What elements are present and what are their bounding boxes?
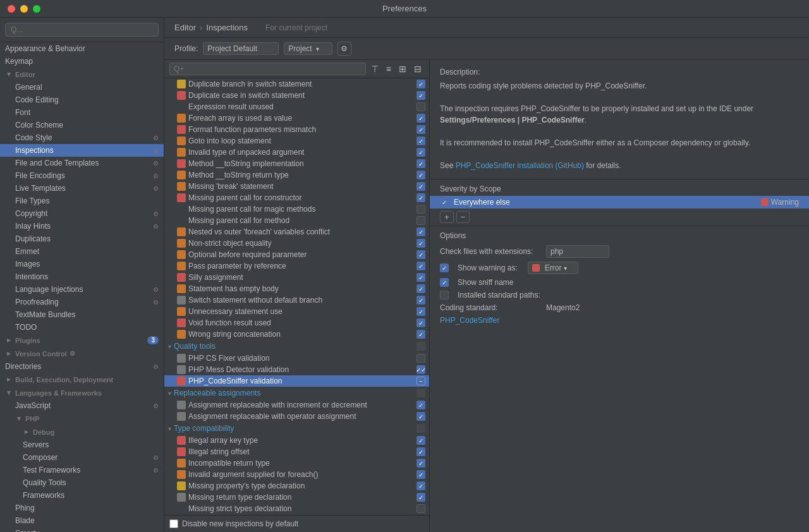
insp-row-missing-strict[interactable]: Missing strict types declaration [164,503,429,514]
insp-checkbox[interactable]: ✓ [417,125,425,134]
insp-checkbox[interactable]: ✓ [417,493,425,502]
for-current-project-link[interactable]: For current project [265,23,327,32]
insp-checkbox[interactable] [417,102,425,111]
insp-row[interactable]: Invalid type of unpacked argument✓ [164,147,429,158]
insp-checkbox[interactable]: ✓ [417,193,425,202]
insp-checkbox[interactable]: ✓ [417,273,425,282]
scope-everywhere-else-row[interactable]: ✓ Everywhere else Warning [430,196,809,209]
insp-checkbox[interactable]: ✓ [417,481,425,490]
sidebar-item-build[interactable]: Build, Execution, Deployment [0,373,164,386]
insp-checkbox[interactable]: ✓ [417,136,425,145]
insp-checkbox[interactable] [417,216,425,225]
breadcrumb-editor[interactable]: Editor [174,23,196,32]
sidebar-item-intentions[interactable]: Intentions [0,270,164,283]
insp-checkbox[interactable]: ✓ [417,365,425,374]
minimize-button[interactable] [20,5,28,13]
sidebar-item-phing[interactable]: Phing [0,502,164,514]
insp-checkbox[interactable]: ✓ [417,436,425,445]
insp-checkbox[interactable]: ✓ [417,307,425,316]
disable-new-inspections-checkbox[interactable] [169,519,178,528]
insp-row-missing-prop-type[interactable]: Missing property's type declaration✓ [164,480,429,492]
insp-row-replace-incr[interactable]: Assignment replaceable with increment or… [164,399,429,411]
insp-checkbox[interactable]: ✓ [417,262,425,270]
sidebar-item-general[interactable]: General [0,81,164,94]
sidebar-item-images[interactable]: Images [0,258,164,270]
insp-row-incompat-return[interactable]: Incompatible return type✓ [164,457,429,469]
insp-checkbox[interactable]: ✓ [417,148,425,157]
sidebar-item-php[interactable]: PHP [0,412,164,425]
filter-button[interactable]: ⊤ [368,63,381,75]
insp-row[interactable]: Pass parameter by reference✓ [164,260,429,272]
insp-checkbox[interactable]: ✓ [417,470,425,479]
close-button[interactable] [8,5,15,13]
sidebar-item-quality-tools[interactable]: Quality Tools [0,476,164,489]
insp-checkbox[interactable]: ✓ [417,250,425,259]
insp-row-php-cs-fixer[interactable]: PHP CS Fixer validation [164,353,429,364]
insp-checkbox[interactable]: ✓ [417,459,425,468]
insp-row[interactable]: Non-strict object equality✓ [164,238,429,249]
sidebar-item-servers[interactable]: Servers [0,438,164,451]
add-scope-button[interactable]: + [440,211,454,223]
sidebar-item-proofreading[interactable]: Proofreading ⚙ [0,296,164,308]
insp-checkbox[interactable]: ✓ [417,330,425,339]
scope-checkbox[interactable]: ✓ [440,198,449,207]
sidebar-item-file-encodings[interactable]: File Encodings ⚙ [0,169,164,182]
sidebar-item-composer[interactable]: Composer ⚙ [0,451,164,464]
sidebar-item-file-code-templates[interactable]: File and Code Templates ⚙ [0,157,164,169]
show-sniff-name-checkbox[interactable]: ✓ [440,278,449,287]
extensions-input[interactable] [546,245,609,258]
insp-row[interactable]: Nested vs outer 'foreach' variables conf… [164,226,429,238]
insp-row[interactable]: Unnecessary statement use✓ [164,306,429,317]
insp-row[interactable]: Statement has empty body✓ [164,283,429,294]
sidebar-item-code-editing[interactable]: Code Editing [0,94,164,106]
insp-row[interactable]: Duplicate branch in switch statement✓ [164,78,429,90]
insp-row[interactable]: Goto into loop statement✓ [164,135,429,147]
group-quality-tools[interactable]: ▾ Quality tools [164,340,429,353]
sidebar-item-inspections[interactable]: Inspections ⚙ [0,144,164,157]
profile-settings-button[interactable]: ⚙ [338,42,351,56]
group-replaceable-assignments[interactable]: ▾ Replaceable assignments [164,387,429,399]
sort-button[interactable]: ≡ [384,63,394,75]
sidebar-item-duplicates[interactable]: Duplicates [0,233,164,245]
insp-row-php-mess[interactable]: PHP Mess Detector validation ✓ [164,364,429,375]
insp-checkbox[interactable]: ✓ [417,171,425,179]
sidebar-item-directories[interactable]: Directories ⚙ [0,360,164,373]
insp-checkbox[interactable]: ✓ [417,239,425,248]
profile-type-dropdown[interactable]: Project [284,42,332,55]
insp-checkbox[interactable] [417,354,425,363]
maximize-button[interactable] [33,5,40,13]
sidebar-item-frameworks[interactable]: Frameworks [0,489,164,502]
sidebar-item-javascript[interactable]: JavaScript ⚙ [0,399,164,412]
collapse-all-button[interactable]: ⊟ [411,63,424,75]
insp-row[interactable]: Method __toString implementation✓ [164,158,429,169]
insp-row[interactable]: Duplicate case in switch statement✓ [164,90,429,101]
insp-row[interactable]: Switch statement without default branch✓ [164,294,429,306]
sidebar-item-code-style[interactable]: Code Style ⚙ [0,131,164,144]
sidebar-item-debug[interactable]: Debug [0,425,164,438]
insp-checkbox[interactable] [417,504,425,513]
installed-paths-checkbox[interactable] [440,291,449,299]
sidebar-item-languages[interactable]: Languages & Frameworks [0,386,164,399]
remove-scope-button[interactable]: − [456,211,470,223]
insp-row[interactable]: Void function result used✓ [164,317,429,329]
sidebar-search-input[interactable] [5,23,159,37]
sidebar-item-keymap[interactable]: Keymap [0,55,164,68]
insp-checkbox[interactable]: ✓ [417,91,425,100]
insp-row[interactable]: Missing parent call for constructor✓ [164,192,429,203]
insp-row-illegal-array[interactable]: Illegal array key type✓ [164,435,429,446]
sidebar-item-color-scheme[interactable]: Color Scheme [0,119,164,131]
insp-checkbox[interactable]: ✓ [417,80,425,88]
insp-row-codesniffer[interactable]: PHP_CodeSniffer validation − [164,375,429,387]
insp-row[interactable]: Silly assignment✓ [164,272,429,283]
insp-row[interactable]: Expression result unused [164,101,429,112]
inspection-search-input[interactable] [169,63,366,75]
insp-row-missing-return-type[interactable]: Missing return type declaration✓ [164,492,429,503]
insp-row[interactable]: Missing parent call for method [164,215,429,226]
sidebar-item-textmate-bundles[interactable]: TextMate Bundles [0,308,164,321]
insp-checkbox[interactable]: ✓ [417,447,425,456]
insp-row-invalid-foreach[interactable]: Invalid argument supplied for foreach()✓ [164,469,429,480]
insp-row[interactable]: Format function parameters mismatch✓ [164,124,429,135]
insp-row[interactable]: Optional before required parameter✓ [164,249,429,260]
insp-checkbox[interactable]: ✓ [417,401,425,409]
insp-row[interactable]: Method __toString return type✓ [164,169,429,181]
